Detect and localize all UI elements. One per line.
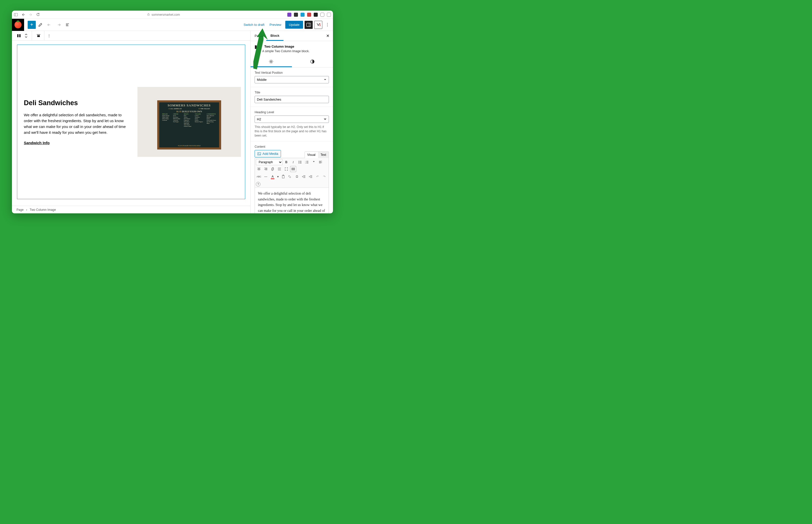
- hr-button[interactable]: —: [263, 174, 269, 180]
- add-media-button[interactable]: Add Media: [255, 150, 281, 157]
- svg-rect-49: [294, 168, 295, 168]
- browser-bar: sommersmarket.com: [12, 11, 333, 19]
- reload-icon[interactable]: [36, 13, 40, 16]
- toolbar-toggle-button[interactable]: [290, 166, 296, 172]
- yoast-icon[interactable]: [314, 21, 322, 29]
- sidebar-toggle-icon[interactable]: [14, 13, 18, 16]
- editor-canvas[interactable]: Deli Sandwiches We offer a delightful se…: [12, 40, 250, 206]
- svg-point-9: [320, 25, 320, 26]
- extension-icon[interactable]: [320, 13, 324, 17]
- document-overview-icon[interactable]: [63, 21, 72, 29]
- content-textarea[interactable]: We offer a delightful selection of deli …: [255, 188, 329, 213]
- text-position-select[interactable]: Middle: [255, 76, 329, 83]
- block-paragraph: We offer a delightful selection of deli …: [24, 112, 127, 135]
- more-options-icon[interactable]: ⋮: [324, 22, 331, 27]
- extension-icon[interactable]: [287, 13, 291, 17]
- forward-icon[interactable]: [29, 13, 32, 16]
- app-window: sommersmarket.com + Switch to draft: [12, 11, 333, 213]
- block-image-column: SOMMERS SANDWICHES #1 ALL AMERICAN #2 TH…: [138, 87, 241, 157]
- styles-subtab[interactable]: [292, 56, 333, 67]
- align-center-button[interactable]: [256, 166, 262, 172]
- special-char-button[interactable]: Ω: [294, 174, 300, 180]
- svg-rect-47: [292, 168, 292, 168]
- text-color-button[interactable]: A: [270, 174, 276, 180]
- switch-to-draft-link[interactable]: Switch to draft: [241, 23, 267, 27]
- link-button[interactable]: [270, 166, 276, 172]
- edit-mode-icon[interactable]: [36, 21, 45, 29]
- breadcrumb-current[interactable]: Two Column Image: [30, 208, 56, 212]
- tabs-icon[interactable]: [327, 13, 331, 17]
- clear-format-button[interactable]: [287, 174, 293, 180]
- extension-icon[interactable]: [314, 13, 318, 17]
- italic-button[interactable]: I: [290, 159, 296, 165]
- svg-point-16: [270, 61, 272, 62]
- svg-rect-13: [37, 35, 40, 37]
- url-text[interactable]: sommersmarket.com: [152, 13, 180, 16]
- svg-rect-0: [14, 13, 18, 16]
- extension-icon[interactable]: [294, 13, 298, 17]
- block-link[interactable]: Sandwich Info: [24, 141, 50, 145]
- undo-icon[interactable]: [45, 21, 54, 29]
- title-input[interactable]: [255, 96, 329, 103]
- redo-button[interactable]: ↷: [321, 174, 328, 180]
- move-block-icon[interactable]: [22, 32, 30, 39]
- svg-rect-14: [255, 45, 257, 49]
- text-color-dropdown-icon[interactable]: ▾: [276, 174, 280, 180]
- svg-point-8: [320, 23, 320, 24]
- redo-icon[interactable]: [54, 21, 63, 29]
- heading-level-select[interactable]: H2: [255, 116, 329, 123]
- svg-rect-6: [307, 23, 311, 27]
- settings-panel-toggle-icon[interactable]: [305, 21, 313, 29]
- svg-rect-52: [294, 169, 295, 169]
- align-right-button[interactable]: [263, 166, 269, 172]
- editor-toolbar: + Switch to draft Preview Update ⋮: [12, 19, 333, 31]
- block-toolbar: ⋮: [12, 31, 250, 40]
- back-icon[interactable]: [21, 13, 25, 16]
- block-name: Two Column Image: [262, 45, 309, 48]
- tab-block[interactable]: Block: [266, 31, 283, 41]
- breadcrumb-root[interactable]: Page: [16, 208, 23, 212]
- indent-button[interactable]: [307, 174, 314, 180]
- fullscreen-button[interactable]: [283, 166, 289, 172]
- help-button[interactable]: ?: [256, 182, 260, 186]
- block-image: SOMMERS SANDWICHES #1 ALL AMERICAN #2 TH…: [138, 87, 241, 157]
- close-icon[interactable]: ✕: [322, 33, 333, 38]
- svg-point-24: [299, 163, 299, 163]
- block-type-icon[interactable]: [15, 32, 22, 39]
- tab-page[interactable]: Page: [251, 31, 266, 41]
- chevron-right-icon: ›: [26, 208, 27, 212]
- two-column-image-block[interactable]: Deli Sandwiches We offer a delightful se…: [17, 45, 245, 199]
- svg-rect-10: [17, 34, 18, 37]
- numbered-list-button[interactable]: 123: [304, 159, 310, 165]
- update-button[interactable]: Update: [285, 21, 303, 29]
- bullet-list-button[interactable]: [297, 159, 303, 165]
- strikethrough-button[interactable]: ABC: [256, 174, 262, 180]
- breadcrumb: Page › Two Column Image: [12, 206, 250, 213]
- svg-point-19: [258, 153, 259, 153]
- undo-button[interactable]: ↶: [315, 174, 320, 180]
- visual-tab[interactable]: Visual: [305, 152, 318, 158]
- add-block-button[interactable]: +: [28, 21, 36, 29]
- svg-rect-48: [293, 168, 294, 168]
- text-tab[interactable]: Text: [318, 152, 329, 158]
- wysiwyg-editor: Paragraph B I 123 ❝: [255, 158, 329, 213]
- align-left-button[interactable]: [318, 159, 323, 165]
- insert-more-button[interactable]: [276, 166, 283, 172]
- outdent-button[interactable]: [301, 174, 307, 180]
- settings-subtab[interactable]: [251, 56, 292, 67]
- field-label: Title: [255, 91, 329, 94]
- svg-rect-15: [257, 45, 259, 49]
- blockquote-button[interactable]: ❝: [311, 159, 317, 165]
- extension-icon[interactable]: [307, 13, 311, 17]
- bold-button[interactable]: B: [283, 159, 289, 165]
- align-icon[interactable]: [35, 32, 42, 39]
- preview-link[interactable]: Preview: [267, 23, 284, 27]
- block-more-icon[interactable]: ⋮: [45, 32, 52, 39]
- extension-icon[interactable]: [301, 13, 305, 17]
- field-label: Heading Level: [255, 111, 329, 114]
- paste-text-button[interactable]: [280, 174, 286, 180]
- site-logo[interactable]: [12, 19, 24, 31]
- block-text-column: Deli Sandwiches We offer a delightful se…: [21, 97, 130, 147]
- svg-rect-56: [282, 175, 284, 178]
- format-select[interactable]: Paragraph: [256, 159, 283, 165]
